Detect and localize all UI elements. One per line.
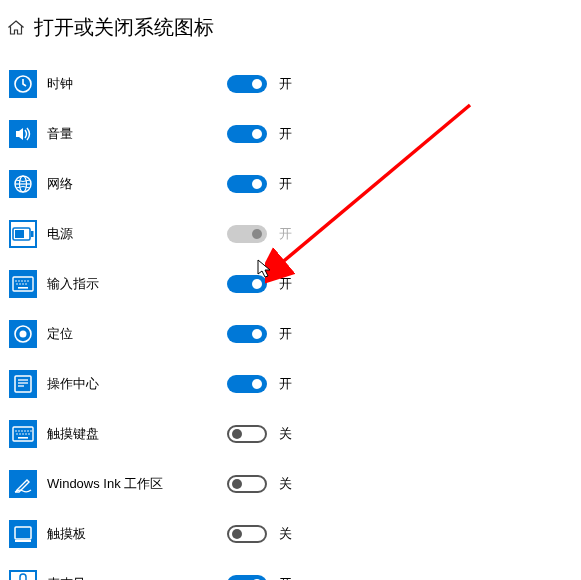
- touchpad-icon: [9, 520, 37, 548]
- toggle-network[interactable]: [227, 175, 267, 193]
- page-title: 打开或关闭系统图标: [34, 14, 214, 41]
- label-network: 网络: [47, 175, 227, 193]
- toggle-power: [227, 225, 267, 243]
- svg-point-25: [15, 430, 17, 432]
- svg-point-13: [16, 283, 18, 285]
- state-power: 开: [279, 225, 292, 243]
- system-icons-list: 时钟 开 音量 开 网络 开 电源 开: [0, 49, 581, 580]
- row-action-center: 操作中心 开: [9, 359, 581, 409]
- home-icon[interactable]: [8, 20, 24, 36]
- label-volume: 音量: [47, 125, 227, 143]
- keyboard-icon: [9, 270, 37, 298]
- svg-rect-6: [31, 231, 34, 237]
- row-volume: 音量 开: [9, 109, 581, 159]
- svg-point-8: [15, 280, 17, 282]
- state-touch-keyboard: 关: [279, 425, 292, 443]
- svg-point-33: [22, 433, 24, 435]
- svg-point-26: [18, 430, 20, 432]
- network-icon: [9, 170, 37, 198]
- state-microphone: 开: [279, 575, 292, 580]
- svg-point-35: [28, 433, 30, 435]
- state-ime: 开: [279, 275, 292, 293]
- power-icon: [9, 220, 37, 248]
- state-action-center: 开: [279, 375, 292, 393]
- row-location: 定位 开: [9, 309, 581, 359]
- state-touchpad: 关: [279, 525, 292, 543]
- touch-keyboard-icon: [9, 420, 37, 448]
- svg-point-10: [21, 280, 23, 282]
- label-clock: 时钟: [47, 75, 227, 93]
- label-touch-keyboard: 触摸键盘: [47, 425, 227, 443]
- label-touchpad: 触摸板: [47, 525, 227, 543]
- toggle-touch-keyboard[interactable]: [227, 425, 267, 443]
- svg-rect-38: [15, 540, 31, 542]
- svg-rect-5: [15, 230, 24, 238]
- svg-point-9: [18, 280, 20, 282]
- toggle-windows-ink[interactable]: [227, 475, 267, 493]
- ink-icon: [9, 470, 37, 498]
- label-ime: 输入指示: [47, 275, 227, 293]
- row-touch-keyboard: 触摸键盘 关: [9, 409, 581, 459]
- row-ime: 输入指示 开: [9, 259, 581, 309]
- toggle-volume[interactable]: [227, 125, 267, 143]
- state-windows-ink: 关: [279, 475, 292, 493]
- svg-point-15: [22, 283, 24, 285]
- action-center-icon: [9, 370, 37, 398]
- row-power: 电源 开: [9, 209, 581, 259]
- toggle-action-center[interactable]: [227, 375, 267, 393]
- toggle-clock[interactable]: [227, 75, 267, 93]
- row-windows-ink: Windows Ink 工作区 关: [9, 459, 581, 509]
- location-icon: [9, 320, 37, 348]
- svg-point-31: [16, 433, 18, 435]
- svg-rect-39: [20, 574, 26, 580]
- svg-point-28: [24, 430, 26, 432]
- toggle-microphone[interactable]: [227, 575, 267, 580]
- toggle-ime[interactable]: [227, 275, 267, 293]
- label-action-center: 操作中心: [47, 375, 227, 393]
- svg-point-32: [19, 433, 21, 435]
- svg-point-11: [24, 280, 26, 282]
- svg-point-30: [30, 430, 32, 432]
- svg-rect-36: [18, 437, 28, 439]
- svg-point-29: [27, 430, 29, 432]
- row-microphone: 麦克风 开: [9, 559, 581, 580]
- state-network: 开: [279, 175, 292, 193]
- label-microphone: 麦克风: [47, 575, 227, 580]
- svg-rect-20: [15, 376, 31, 392]
- svg-point-27: [21, 430, 23, 432]
- svg-rect-37: [15, 527, 31, 539]
- row-network: 网络 开: [9, 159, 581, 209]
- row-clock: 时钟 开: [9, 59, 581, 109]
- svg-rect-17: [18, 287, 28, 289]
- svg-point-16: [25, 283, 27, 285]
- label-windows-ink: Windows Ink 工作区: [47, 475, 227, 493]
- toggle-touchpad[interactable]: [227, 525, 267, 543]
- label-power: 电源: [47, 225, 227, 243]
- svg-point-19: [20, 331, 27, 338]
- toggle-location[interactable]: [227, 325, 267, 343]
- microphone-icon: [9, 570, 37, 580]
- row-touchpad: 触摸板 关: [9, 509, 581, 559]
- svg-point-14: [19, 283, 21, 285]
- svg-point-34: [25, 433, 27, 435]
- label-location: 定位: [47, 325, 227, 343]
- state-clock: 开: [279, 75, 292, 93]
- clock-icon: [9, 70, 37, 98]
- svg-point-12: [27, 280, 29, 282]
- state-location: 开: [279, 325, 292, 343]
- state-volume: 开: [279, 125, 292, 143]
- volume-icon: [9, 120, 37, 148]
